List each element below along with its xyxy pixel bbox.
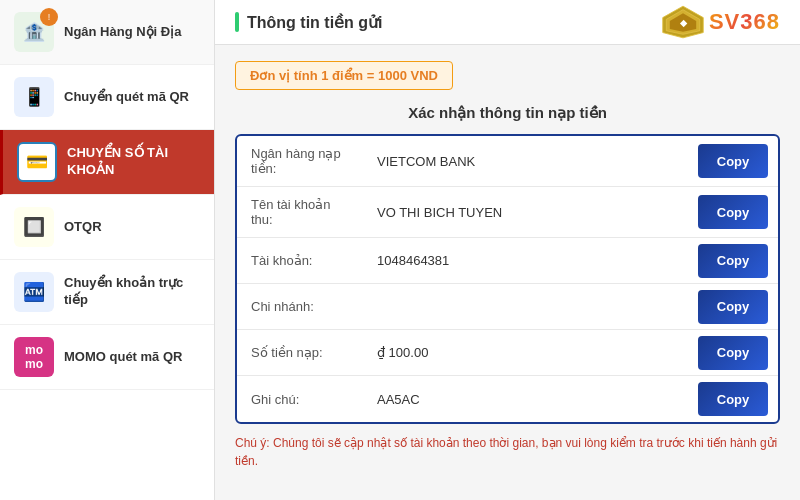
logo-text: SV368 (709, 9, 780, 35)
content-area: Đơn vị tính 1 điểm = 1000 VND Xác nhận t… (215, 45, 800, 486)
field-value-0: VIETCOM BANK (367, 144, 698, 179)
table-row: Số tiền nạp: ₫ 100.00 Copy (237, 330, 778, 376)
table-row: Chi nhánh: Copy (237, 284, 778, 330)
field-value-2: 1048464381 (367, 243, 698, 278)
field-value-3 (367, 297, 698, 317)
copy-button-2[interactable]: Copy (698, 244, 768, 278)
sidebar-item-chuyen-so-tai-khoan[interactable]: 💳 CHUYỂN SỐ TÀI KHOẢN (0, 130, 214, 195)
field-label-3: Chi nhánh: (237, 289, 367, 324)
notification-badge: ! (40, 8, 58, 26)
warning-text: Chú ý: Chúng tôi sẽ cập nhật số tài khoả… (235, 434, 780, 470)
field-label-4: Số tiền nạp: (237, 335, 367, 370)
field-label-5: Ghi chú: (237, 382, 367, 417)
sidebar-item-ngan-hang-noi-dia[interactable]: 🏦 ! Ngân Hàng Nội Địa (0, 0, 214, 65)
page-header: Thông tin tiền gửi ◆ SV368 (215, 0, 800, 45)
direct-transfer-icon: 🏧 (14, 272, 54, 312)
field-label-2: Tài khoản: (237, 243, 367, 278)
field-value-4: ₫ 100.00 (367, 335, 698, 370)
svg-text:◆: ◆ (678, 18, 687, 28)
sidebar-item-label: Chuyển khoản trực tiếp (64, 275, 200, 309)
sidebar-item-label: MOMO quét mã QR (64, 349, 182, 366)
field-value-1: VO THI BICH TUYEN (367, 195, 698, 230)
copy-button-5[interactable]: Copy (698, 382, 768, 416)
logo: ◆ SV368 (661, 4, 780, 40)
table-row: Tài khoản: 1048464381 Copy (237, 238, 778, 284)
field-label-0: Ngân hàng nạp tiền: (237, 136, 367, 186)
copy-button-1[interactable]: Copy (698, 195, 768, 229)
otqr-icon: 🔲 (14, 207, 54, 247)
sidebar-item-label: Ngân Hàng Nội Địa (64, 24, 181, 41)
sidebar-item-chuyen-quet-ma-qr[interactable]: 📱 Chuyển quét mã QR (0, 65, 214, 130)
table-row: Tên tài khoản thu: VO THI BICH TUYEN Cop… (237, 187, 778, 238)
sidebar-item-otqr[interactable]: 🔲 OTQR (0, 195, 214, 260)
table-row: Ghi chú: AA5AC Copy (237, 376, 778, 422)
sidebar-item-label: CHUYỂN SỐ TÀI KHOẢN (67, 145, 200, 179)
table-row: Ngân hàng nạp tiền: VIETCOM BANK Copy (237, 136, 778, 187)
transfer-icon: 💳 (17, 142, 57, 182)
main-content: Thông tin tiền gửi ◆ SV368 Đơn vị tính 1… (215, 0, 800, 500)
deposit-info-box: Ngân hàng nạp tiền: VIETCOM BANK Copy Tê… (235, 134, 780, 424)
copy-button-3[interactable]: Copy (698, 290, 768, 324)
copy-button-4[interactable]: Copy (698, 336, 768, 370)
section-title: Xác nhận thông tin nạp tiền (235, 104, 780, 122)
header-title-area: Thông tin tiền gửi (235, 12, 383, 32)
sidebar-item-label: OTQR (64, 219, 102, 236)
logo-diamond-icon: ◆ (661, 4, 705, 40)
field-label-1: Tên tài khoản thu: (237, 187, 367, 237)
sidebar-item-label: Chuyển quét mã QR (64, 89, 189, 106)
field-value-5: AA5AC (367, 382, 698, 417)
sidebar: 🏦 ! Ngân Hàng Nội Địa 📱 Chuyển quét mã Q… (0, 0, 215, 500)
sidebar-item-chuyen-khoan-truc-tiep[interactable]: 🏧 Chuyển khoản trực tiếp (0, 260, 214, 325)
momo-icon: momo (14, 337, 54, 377)
qr-icon: 📱 (14, 77, 54, 117)
sidebar-item-momo-quet-ma-qr[interactable]: momo MOMO quét mã QR (0, 325, 214, 390)
page-title: Thông tin tiền gửi (247, 13, 383, 32)
unit-notice: Đơn vị tính 1 điểm = 1000 VND (235, 61, 453, 90)
copy-button-0[interactable]: Copy (698, 144, 768, 178)
header-bar-accent (235, 12, 239, 32)
icon-wrapper: 🏦 ! (14, 12, 54, 52)
